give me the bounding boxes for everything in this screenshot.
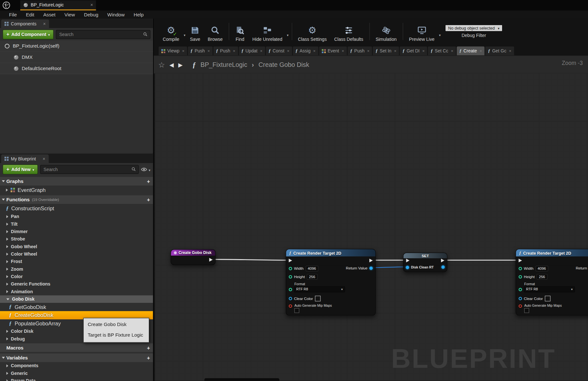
section-macros[interactable]: Macros + [0, 343, 153, 352]
list-item-constructionscript[interactable]: ƒ ConstructionScript [0, 204, 153, 213]
tree-row-dmx[interactable]: DMX [0, 52, 153, 63]
list-item-eventgraph[interactable]: EventGraph [0, 186, 153, 195]
menu-asset[interactable]: Asset [39, 12, 60, 17]
graph-tab-push-1[interactable]: ƒPush [188, 47, 213, 56]
add-component-button[interactable]: Add Component [3, 30, 54, 39]
node-create-gobo-disk-entry[interactable]: Create Gobo Disk [170, 249, 216, 265]
close-icon[interactable] [394, 49, 397, 53]
close-icon[interactable] [260, 49, 263, 53]
close-icon[interactable] [90, 3, 93, 7]
close-icon[interactable] [422, 49, 425, 53]
close-icon[interactable] [233, 49, 235, 53]
collapsed-bottom-panel-tab[interactable] [204, 378, 279, 381]
breadcrumb-root[interactable]: BP_FixtureLogic [200, 61, 247, 68]
components-search-input[interactable] [59, 31, 143, 37]
browse-button[interactable]: Browse [204, 21, 226, 42]
object-output-pin[interactable] [441, 265, 445, 268]
back-arrow-icon[interactable]: ◀ [170, 61, 174, 68]
preview-live-chevron-icon[interactable] [439, 31, 441, 38]
menu-file[interactable]: File [5, 12, 21, 17]
graph-tab-assign[interactable]: ƒAssig [293, 47, 318, 56]
bool-pin[interactable] [289, 304, 292, 308]
function-getgobodisk[interactable]: ƒ GetGoboDisk [0, 303, 153, 311]
graph-tab-create-active[interactable]: ƒCreate [457, 47, 485, 56]
variable-category-generic[interactable]: Generic [0, 369, 153, 377]
asset-tab[interactable]: BP_FixtureLogic [20, 0, 96, 10]
close-icon[interactable] [43, 157, 45, 161]
enum-pin[interactable] [519, 288, 522, 291]
add-variable-button[interactable]: + [147, 355, 150, 360]
components-search-box[interactable] [56, 30, 151, 39]
format-dropdown[interactable]: RTF R8 [294, 286, 345, 293]
graph-tab-push-3[interactable]: ƒPush [347, 47, 372, 56]
expand-arrow-icon[interactable] [6, 188, 8, 191]
menu-window[interactable]: Window [103, 12, 129, 17]
graph-tab-get-di[interactable]: ƒGet DI [400, 47, 427, 56]
mbp-category-tilt[interactable]: Tilt [0, 220, 153, 228]
section-graphs[interactable]: Graphs + [0, 177, 153, 186]
graph-tab-push-2[interactable]: ƒPush [213, 47, 238, 56]
enum-pin[interactable] [289, 288, 292, 291]
mbp-category-gobo-disk[interactable]: Gobo Disk [0, 295, 153, 303]
close-icon[interactable] [287, 49, 289, 53]
favorite-star-icon[interactable]: ☆ [158, 60, 165, 69]
visibility-filter-button[interactable] [141, 166, 151, 173]
node-set-disk-clean-rt[interactable]: SET Disk Clean RT [403, 253, 447, 272]
graph-tab-set-in[interactable]: ƒSet In [373, 47, 399, 56]
mbp-category-pan[interactable]: Pan [0, 213, 153, 220]
graph-canvas[interactable]: BLUEPRINT Create Gobo Disk ƒ Create Rend… [155, 73, 588, 381]
variable-category-param-data[interactable]: Param Data [0, 377, 153, 381]
width-value-field[interactable]: 4096 [535, 266, 548, 271]
hide-unrelated-chevron-icon[interactable] [287, 31, 289, 38]
graph-tab-update[interactable]: ƒUpdat [239, 47, 265, 56]
exec-output-pin[interactable] [209, 258, 213, 262]
bool-pin[interactable] [519, 304, 522, 308]
tab-my-blueprint[interactable]: My Blueprint [1, 154, 49, 163]
exec-output-pin[interactable] [441, 259, 444, 262]
close-icon[interactable] [182, 49, 185, 53]
color-swatch[interactable] [315, 296, 320, 301]
format-dropdown[interactable]: RTF R8 [524, 286, 575, 293]
mips-checkbox[interactable] [524, 308, 529, 313]
close-icon[interactable] [207, 49, 210, 53]
forward-arrow-icon[interactable]: ▶ [178, 61, 182, 68]
mbp-category-strobe[interactable]: Strobe [0, 235, 153, 243]
graph-tab-event[interactable]: Event [319, 47, 347, 56]
section-variables[interactable]: Variables + [0, 353, 153, 362]
add-graph-button[interactable]: + [147, 179, 150, 184]
int-pin[interactable] [519, 275, 522, 278]
close-icon[interactable] [480, 49, 482, 53]
close-icon[interactable] [313, 49, 316, 53]
mbp-category-color[interactable]: Color [0, 273, 153, 280]
height-value-field[interactable]: 256 [307, 274, 317, 279]
mips-checkbox[interactable] [294, 308, 299, 313]
mbp-category-animation[interactable]: Animation [0, 288, 153, 295]
object-output-pin[interactable] [369, 267, 372, 270]
menu-view[interactable]: View [60, 12, 79, 17]
add-new-button[interactable]: Add New [3, 164, 38, 174]
section-functions[interactable]: Functions (19 Overridable) + [0, 195, 153, 204]
mbp-category-gobo-wheel[interactable]: Gobo Wheel [0, 243, 153, 250]
debug-object-select[interactable]: No debug object selected [445, 24, 502, 31]
menu-edit[interactable]: Edit [21, 12, 39, 17]
object-input-pin[interactable] [406, 266, 409, 269]
compile-button[interactable]: ⚙✓ Compile [159, 21, 183, 42]
my-blueprint-search-input[interactable] [43, 166, 132, 172]
graph-tab-set-cc[interactable]: ƒSet Cc [428, 47, 456, 56]
menu-debug[interactable]: Debug [79, 12, 103, 17]
exec-output-pin[interactable] [369, 259, 372, 262]
width-value-field[interactable]: 4096 [306, 266, 318, 271]
graph-tab-viewport[interactable]: Viewp [159, 47, 187, 56]
exec-input-pin[interactable] [289, 259, 292, 262]
close-icon[interactable] [43, 22, 46, 26]
node-create-render-target-2d-1[interactable]: ƒ Create Render Target 2D Width 4096 Ret… [286, 249, 376, 316]
save-button[interactable]: Save [186, 21, 204, 42]
tree-row-defaultsceneroot[interactable]: DefaultSceneRoot [0, 63, 153, 74]
variable-category-components[interactable]: Components [0, 362, 153, 369]
preview-live-button[interactable]: Preview Live [405, 21, 438, 42]
int-pin[interactable] [289, 275, 292, 278]
node-create-render-target-2d-2[interactable]: ƒ Create Render Target 2D Width 4096 Ret… [516, 249, 588, 316]
close-icon[interactable] [367, 49, 370, 53]
color-swatch[interactable] [545, 296, 550, 301]
breadcrumb-current[interactable]: Create Gobo Disk [259, 61, 309, 68]
